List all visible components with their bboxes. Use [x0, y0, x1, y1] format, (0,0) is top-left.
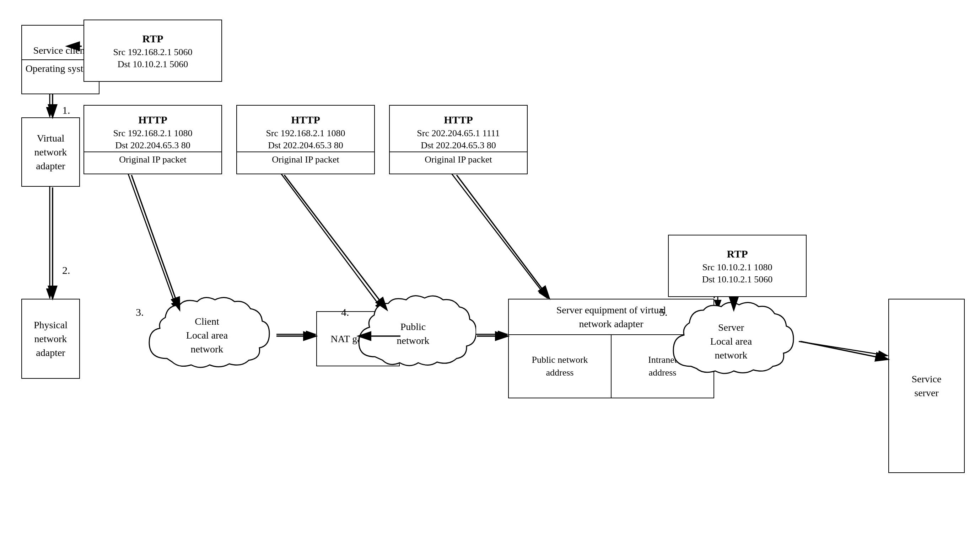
http1-header: HTTP — [137, 112, 169, 127]
http1-sub: Original IP packet — [117, 152, 189, 167]
rtp-top-line2: Dst 10.10.2.1 5060 — [117, 58, 189, 70]
step4-label: 4. — [341, 305, 349, 319]
server-lan-cloud: ServerLocal areanetwork — [663, 292, 800, 391]
http3-box: HTTP Src 202.204.65.1 1111 Dst 202.204.6… — [389, 105, 528, 174]
server-lan-label: ServerLocal areanetwork — [710, 321, 752, 362]
http1-line2: Dst 202.204.65.3 80 — [115, 139, 191, 152]
http2-line1: Src 192.168.2.1 1080 — [265, 127, 346, 139]
public-network-address-label: Public networkaddress — [531, 354, 588, 380]
service-server-box: Serviceserver — [888, 299, 965, 473]
rtp-right-line2: Dst 10.10.2.1 5060 — [702, 273, 773, 285]
svg-line-23 — [800, 341, 888, 359]
step1-label: 1. — [62, 103, 70, 117]
svg-line-5 — [451, 173, 547, 298]
rtp-top-line1: Src 192.168.2.1 5060 — [112, 46, 193, 58]
svg-line-18 — [457, 175, 549, 298]
service-server-label: Serviceserver — [912, 372, 942, 400]
rtp-right-box: RTP Src 10.10.2.1 1080 Dst 10.10.2.1 506… — [668, 235, 807, 297]
virtual-adapter-box: Virtualnetworkadapter — [21, 117, 80, 187]
http2-box: HTTP Src 192.168.2.1 1080 Dst 202.204.65… — [236, 105, 375, 174]
virtual-adapter-label: Virtualnetworkadapter — [32, 128, 70, 176]
rtp-right-line1: Src 10.10.2.1 1080 — [702, 262, 773, 273]
http1-box: HTTP Src 192.168.2.1 1080 Dst 202.204.65… — [83, 105, 222, 174]
http3-sub: Original IP packet — [423, 152, 494, 167]
client-lan-cloud: ClientLocal areanetwork — [138, 287, 275, 383]
physical-adapter-label: Physicalnetworkadapter — [31, 315, 70, 363]
http2-line2: Dst 202.204.65.3 80 — [267, 139, 344, 152]
http3-line2: Dst 202.204.65.3 80 — [420, 139, 497, 152]
http2-header: HTTP — [290, 112, 321, 127]
step3-label: 3. — [136, 305, 144, 319]
step2-label: 2. — [62, 263, 70, 277]
public-network-label: Publicnetwork — [397, 320, 430, 348]
rtp-top-header: RTP — [141, 31, 165, 46]
physical-adapter-box: Physicalnetworkadapter — [21, 299, 80, 379]
server-equipment-title: Server equipment of virtualnetwork adapt… — [553, 300, 670, 334]
public-network-cloud: Publicnetwork — [350, 287, 476, 380]
http2-sub: Original IP packet — [270, 152, 342, 167]
rtp-right-header: RTP — [725, 246, 749, 262]
http1-line1: Src 192.168.2.1 1080 — [112, 127, 193, 139]
rtp-top-box: RTP Src 192.168.2.1 5060 Dst 10.10.2.1 5… — [83, 19, 222, 82]
step5-label: 5. — [660, 305, 668, 319]
service-client-title: Service client — [30, 42, 90, 59]
http3-header: HTTP — [442, 112, 474, 127]
http3-line1: Src 202.204.65.1 1111 — [416, 127, 500, 139]
client-lan-label: ClientLocal areanetwork — [186, 314, 228, 356]
svg-line-10 — [799, 341, 888, 356]
